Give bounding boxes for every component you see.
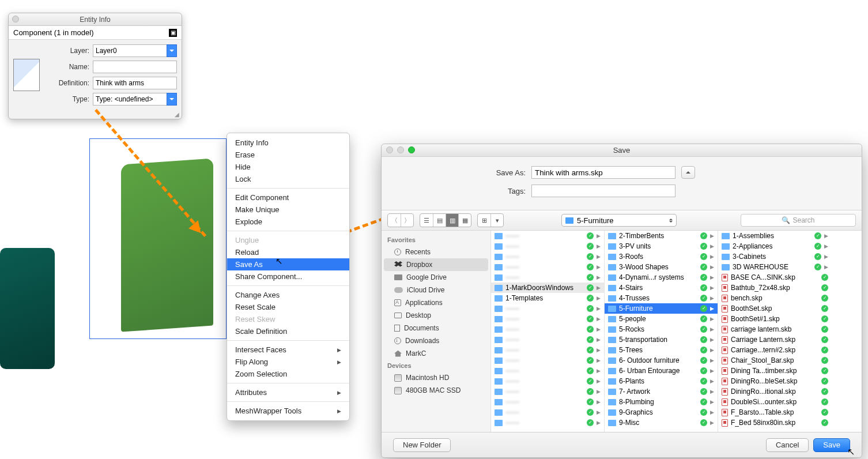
current-folder-dropdown[interactable]: 5-Furniture (561, 214, 677, 227)
file-row[interactable]: 1-Templates✓▶ (491, 293, 604, 303)
menu-item-save-as[interactable]: Save As (227, 258, 349, 270)
menu-item-change-axes[interactable]: Change Axes (227, 289, 349, 301)
file-row[interactable]: ——✓▶ (491, 251, 604, 262)
menu-item-reload[interactable]: Reload (227, 246, 349, 258)
file-row[interactable]: ——✓▶ (491, 324, 604, 334)
file-row[interactable]: Carriage Lantern.skp✓ (718, 334, 832, 345)
file-row[interactable]: 6- Outdoor furniture✓▶ (605, 355, 718, 366)
save-button[interactable]: Save (813, 438, 850, 452)
file-row[interactable]: 9-Graphics✓▶ (605, 407, 718, 417)
file-row[interactable]: ——✓▶ (491, 231, 604, 241)
menu-item-attributes[interactable]: Attributes (227, 386, 349, 398)
sidebar-item-icloud-drive[interactable]: iCloud Drive (382, 284, 490, 296)
sidebar-item-dropbox[interactable]: Dropbox (384, 258, 488, 271)
file-row[interactable]: Dining Ta...timber.skp✓ (718, 366, 832, 376)
file-row[interactable]: DiningRo...itional.skp✓ (718, 386, 832, 397)
column-2[interactable]: 2-TimberBents✓▶3-PV units✓▶3-Roofs✓▶3-Wo… (605, 231, 718, 432)
sidebar-item-applications[interactable]: Applications (382, 296, 490, 309)
menu-item-hide[interactable]: Hide (227, 161, 349, 173)
file-row[interactable]: 6-Plants✓▶ (605, 376, 718, 386)
entity-info-titlebar[interactable]: Entity Info (9, 13, 182, 26)
file-row[interactable]: 1-MarkDoorsWindows✓▶ (491, 283, 604, 293)
sidebar-item-markc[interactable]: MarkC (382, 347, 490, 360)
file-row[interactable]: 3D WAREHOUSE✓▶ (718, 262, 832, 272)
search-input[interactable]: 🔍 Search (741, 214, 856, 227)
file-row[interactable]: 5-people✓▶ (605, 314, 718, 324)
selected-component-chair[interactable] (121, 158, 213, 332)
menu-item-edit-component[interactable]: Edit Component (227, 191, 349, 204)
file-row[interactable]: ——✓▶ (491, 272, 604, 283)
file-row[interactable]: 5-transportation✓▶ (605, 334, 718, 345)
file-row[interactable]: DiningRo...bleSet.skp✓ (718, 376, 832, 386)
file-row[interactable]: ——✓▶ (491, 262, 604, 272)
file-row[interactable]: ——✓▶ (491, 241, 604, 251)
file-row[interactable]: ——✓▶ (491, 334, 604, 345)
file-row[interactable]: carriage lantern.skb✓ (718, 324, 832, 334)
cancel-button[interactable]: Cancel (766, 438, 809, 452)
file-row[interactable]: ——✓▶ (491, 345, 604, 355)
file-row[interactable]: BoothSet.skp✓ (718, 303, 832, 314)
file-row[interactable]: 3-PV units✓▶ (605, 241, 718, 251)
close-dot-icon[interactable] (12, 16, 19, 22)
sidebar-item-downloads[interactable]: Downloads (382, 334, 490, 347)
file-row[interactable]: 5-Rocks✓▶ (605, 324, 718, 334)
group-by-segment[interactable]: ⊞▾ (477, 213, 504, 227)
column-3[interactable]: 1-Assemblies✓▶2-Appliances✓▶3-Cabinets✓▶… (718, 231, 832, 432)
file-row[interactable]: bench.skp✓ (718, 293, 832, 303)
save-dialog-titlebar[interactable]: Save (382, 144, 862, 157)
file-row[interactable]: 3-Roofs✓▶ (605, 251, 718, 262)
file-row[interactable]: ——✓▶ (491, 407, 604, 417)
file-row[interactable]: BASE CA...SINK.skp✓ (718, 272, 832, 283)
file-row[interactable]: 5-Furniture✓▶ (605, 303, 718, 314)
file-row[interactable]: Chair_Stool_Bar.skp✓ (718, 355, 832, 366)
file-row[interactable]: 3-Wood Shapes✓▶ (605, 262, 718, 272)
layer-dropdown-icon[interactable] (167, 44, 177, 57)
file-row[interactable]: ——✓▶ (491, 355, 604, 366)
file-row[interactable]: 2-Appliances✓▶ (718, 241, 832, 251)
file-row[interactable]: 5-Trees✓▶ (605, 345, 718, 355)
file-row[interactable]: 9-Misc✓▶ (605, 417, 718, 428)
file-row[interactable]: ——✓▶ (491, 417, 604, 428)
new-folder-button[interactable]: New Folder (393, 438, 451, 452)
file-row[interactable]: ——✓▶ (491, 366, 604, 376)
collapse-dialog-button[interactable] (681, 166, 695, 179)
file-row[interactable]: ——✓▶ (491, 376, 604, 386)
view-mode-segment[interactable]: ☰▤▥▦ (420, 213, 471, 227)
sidebar-item-480gb-mac-ssd[interactable]: 480GB MAC SSD (382, 384, 490, 397)
file-row[interactable]: 7- Artwork✓▶ (605, 386, 718, 397)
menu-item-make-unique[interactable]: Make Unique (227, 204, 349, 216)
file-row[interactable]: 2-TimberBents✓▶ (605, 231, 718, 241)
file-row[interactable]: DoubleSi...ounter.skp✓ (718, 397, 832, 407)
menu-item-reset-scale[interactable]: Reset Scale (227, 301, 349, 313)
file-row[interactable]: 6- Urban Entourage✓▶ (605, 366, 718, 376)
menu-item-zoom-selection[interactable]: Zoom Selection (227, 368, 349, 380)
column-1[interactable]: ——✓▶——✓▶——✓▶——✓▶——✓▶1-MarkDoorsWindows✓▶… (491, 231, 605, 432)
definition-input[interactable] (93, 77, 177, 89)
save-as-input[interactable] (531, 166, 675, 179)
name-input[interactable] (93, 61, 177, 73)
nav-back-forward[interactable]: 〈〉 (387, 213, 414, 227)
sidebar-item-recents[interactable]: Recents (382, 246, 490, 258)
menu-item-meshwrapper-tools[interactable]: MeshWrapper Tools (227, 405, 349, 417)
menu-item-scale-definition[interactable]: Scale Definition (227, 325, 349, 337)
sidebar-item-desktop[interactable]: Desktop (382, 309, 490, 322)
file-row[interactable]: F_Barsto...Table.skp✓ (718, 407, 832, 417)
tags-input[interactable] (531, 185, 675, 197)
file-row[interactable]: ——✓▶ (491, 314, 604, 324)
file-row[interactable]: 4-Stairs✓▶ (605, 283, 718, 293)
file-row[interactable]: 1-Assemblies✓▶ (718, 231, 832, 241)
layer-select[interactable] (93, 44, 167, 57)
file-row[interactable]: Carriage...tern#2.skp✓ (718, 345, 832, 355)
expand-details-icon[interactable]: ▣ (169, 29, 177, 37)
file-row[interactable]: ——✓▶ (491, 397, 604, 407)
file-row[interactable]: 4-Trusses✓▶ (605, 293, 718, 303)
sidebar-item-documents[interactable]: Documents (382, 322, 490, 334)
menu-item-explode[interactable]: Explode (227, 216, 349, 228)
file-row[interactable]: BoothSet#1.skp✓ (718, 314, 832, 324)
file-row[interactable]: 8-Plumbing✓▶ (605, 397, 718, 407)
type-dropdown-icon[interactable] (167, 93, 177, 106)
menu-item-erase[interactable]: Erase (227, 149, 349, 161)
window-traffic-lights[interactable] (386, 146, 415, 153)
menu-item-intersect-faces[interactable]: Intersect Faces (227, 344, 349, 356)
file-row[interactable]: 3-Cabinets✓▶ (718, 251, 832, 262)
